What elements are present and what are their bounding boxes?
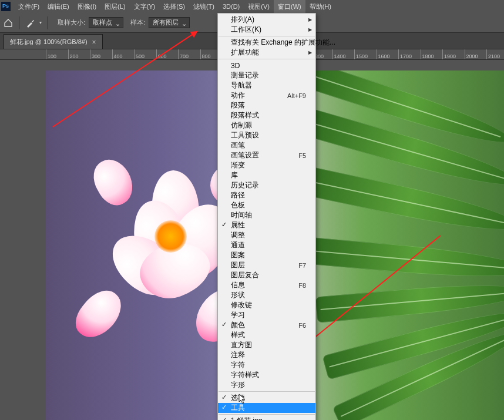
- close-icon[interactable]: ×: [92, 38, 96, 46]
- menu-item[interactable]: 渐变: [218, 160, 315, 170]
- menu-item-label: 画笔: [231, 140, 245, 150]
- menu-item-label: 通道: [231, 240, 245, 250]
- menu-item-label: 颜色: [231, 320, 245, 330]
- menu-separator: [219, 391, 315, 392]
- menu-edit[interactable]: 编辑(E): [43, 0, 73, 13]
- menu-filter[interactable]: 滤镜(T): [189, 0, 219, 13]
- menu-item-label: 渐变: [231, 160, 245, 170]
- menu-item[interactable]: 选项: [218, 393, 315, 403]
- menu-item[interactable]: 排列(A): [218, 15, 315, 25]
- menu-item[interactable]: 画笔设置F5: [218, 150, 315, 160]
- ruler-tick: 1600: [377, 49, 390, 60]
- menu-item-label: 信息: [231, 280, 245, 290]
- menu-item[interactable]: 路径: [218, 190, 315, 200]
- menu-item[interactable]: 画笔: [218, 140, 315, 150]
- menu-item[interactable]: 字形: [218, 380, 315, 390]
- menu-item-label: 图层: [231, 260, 245, 270]
- menu-item[interactable]: 段落样式: [218, 110, 315, 120]
- ruler-tick: 1400: [332, 49, 346, 60]
- menu-item[interactable]: 历史记录: [218, 180, 315, 190]
- petal: [86, 153, 140, 211]
- menu-item[interactable]: 字符样式: [218, 370, 315, 380]
- menu-item-label: 图层复合: [231, 270, 259, 280]
- menu-item[interactable]: 测量记录: [218, 70, 315, 80]
- menu-item-label: 画笔设置: [231, 150, 259, 160]
- menu-item-label: 查找有关 Exchange 的扩展功能...: [231, 38, 335, 48]
- menu-window[interactable]: 窗口(W): [274, 0, 305, 13]
- menu-item[interactable]: 时间轴: [218, 210, 315, 220]
- menu-item[interactable]: 动作Alt+F9: [218, 90, 315, 100]
- menu-layer[interactable]: 图层(L): [100, 0, 129, 13]
- menu-item-label: 动作: [231, 90, 245, 100]
- menu-item[interactable]: 直方图: [218, 340, 315, 350]
- menu-item[interactable]: 工具预设: [218, 130, 315, 140]
- home-icon[interactable]: [4, 18, 13, 28]
- menu-item[interactable]: 样式: [218, 330, 315, 340]
- document-tab[interactable]: 鲜花.jpg @ 100%(RGB/8#) ×: [4, 34, 103, 49]
- menu-item-label: 库: [231, 170, 238, 180]
- ruler-tick: 1900: [442, 49, 456, 60]
- menu-item[interactable]: 工具: [218, 403, 315, 413]
- menu-item-label: 注释: [231, 350, 245, 360]
- menu-item[interactable]: 图层F7: [218, 260, 315, 270]
- menu-item-label: 排列(A): [231, 15, 254, 25]
- menu-item[interactable]: 图层复合: [218, 270, 315, 280]
- menu-item[interactable]: 注释: [218, 350, 315, 360]
- ruler-tick: 300: [90, 49, 100, 60]
- menu-3d[interactable]: 3D(D): [219, 0, 244, 13]
- chevron-down-icon: ⌄: [115, 20, 120, 28]
- menu-select[interactable]: 选择(S): [159, 0, 189, 13]
- flower-center: [154, 220, 187, 253]
- menu-item-label: 直方图: [231, 340, 252, 350]
- menu-item-label: 段落样式: [231, 110, 259, 120]
- menu-item[interactable]: 学习: [218, 310, 315, 320]
- menu-item[interactable]: 修改键: [218, 300, 315, 310]
- menu-item-label: 字形: [231, 380, 245, 390]
- menu-item[interactable]: 形状: [218, 290, 315, 300]
- menu-item[interactable]: 信息F8: [218, 280, 315, 290]
- cursor-icon: [238, 394, 247, 406]
- menu-item[interactable]: 段落: [218, 100, 315, 110]
- menu-item[interactable]: 通道: [218, 240, 315, 250]
- chevron-down-icon[interactable]: ▾: [39, 20, 42, 25]
- menu-item[interactable]: 导航器: [218, 80, 315, 90]
- ruler-tick: 700: [178, 49, 189, 60]
- menu-item[interactable]: 色板: [218, 200, 315, 210]
- menu-item[interactable]: 颜色F6: [218, 320, 315, 330]
- menu-item[interactable]: 字符: [218, 360, 315, 370]
- menu-item-label: 测量记录: [231, 70, 259, 80]
- menu-item-label: 色板: [231, 200, 245, 210]
- menu-item-label: 调整: [231, 230, 245, 240]
- petal: [68, 283, 129, 346]
- menu-item-label: 路径: [231, 190, 245, 200]
- menu-item[interactable]: 调整: [218, 230, 315, 240]
- menu-item[interactable]: 3D: [218, 61, 315, 70]
- sample-size-select[interactable]: 取样点 ⌄: [89, 17, 123, 28]
- menu-file[interactable]: 文件(F): [14, 0, 43, 13]
- ruler-tick: 200: [68, 49, 79, 60]
- window-menu-dropdown: 排列(A)工作区(K)查找有关 Exchange 的扩展功能...扩展功能3D测…: [217, 13, 316, 420]
- menu-item[interactable]: 库: [218, 170, 315, 180]
- eyedropper-tool-icon[interactable]: [25, 18, 36, 28]
- menu-item[interactable]: 工作区(K): [218, 25, 315, 35]
- sample-scope-select[interactable]: 所有图层 ⌄: [149, 17, 190, 28]
- sample-size-label: 取样大小:: [58, 18, 85, 27]
- menu-item-label: 图案: [231, 250, 245, 260]
- menu-image[interactable]: 图像(I): [73, 0, 100, 13]
- menu-item[interactable]: 图案: [218, 250, 315, 260]
- menu-item-label: 工具预设: [231, 130, 259, 140]
- chevron-down-icon: ⌄: [182, 20, 187, 28]
- ruler-tick: 500: [134, 49, 145, 60]
- menu-view[interactable]: 视图(V): [244, 0, 274, 13]
- menu-help[interactable]: 帮助(H): [305, 0, 335, 13]
- menu-item-label: 学习: [231, 310, 245, 320]
- menu-item[interactable]: 属性: [218, 220, 315, 230]
- document-tab-title: 鲜花.jpg @ 100%(RGB/8#): [10, 38, 88, 46]
- menu-item[interactable]: 仿制源: [218, 120, 315, 130]
- menu-item-label: 历史记录: [231, 180, 259, 190]
- menu-item[interactable]: 1 鲜花.jpg: [218, 416, 315, 420]
- menu-type[interactable]: 文字(Y): [130, 0, 160, 13]
- menu-item[interactable]: 扩展功能: [218, 48, 315, 58]
- menu-item[interactable]: 查找有关 Exchange 的扩展功能...: [218, 38, 315, 48]
- sample-scope-value: 所有图层: [153, 19, 179, 26]
